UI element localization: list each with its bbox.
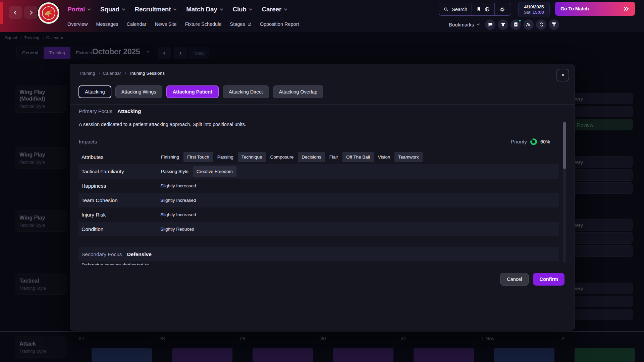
search-section[interactable]: Search: [439, 3, 472, 15]
quick-icons-section: [472, 3, 494, 15]
nav-menu-item[interactable]: Recruitment: [135, 6, 176, 13]
modal-breadcrumb-training[interactable]: Training: [79, 71, 95, 76]
chevron-down-icon: [88, 7, 91, 10]
settings-gear-icon[interactable]: [499, 6, 505, 12]
bookmark-icon[interactable]: [476, 7, 481, 12]
tactical-familiarity-chips: Passing StyleCreative Freedom: [157, 166, 236, 177]
confirm-button[interactable]: Confirm: [533, 273, 565, 286]
impacts-table: Attributes FinishingFirst TouchPassingTe…: [78, 150, 559, 236]
attribute-chip: Finishing: [157, 152, 183, 162]
search-label: Search: [452, 7, 467, 12]
modal-scrollbar-track[interactable]: [563, 121, 566, 263]
row-label: Team Cohesion: [82, 197, 157, 203]
nav-menu-item[interactable]: Club: [233, 6, 252, 13]
secondary-focus-value: Defensive: [127, 251, 152, 257]
go-to-match-label: Go To Match: [560, 6, 589, 11]
primary-focus-label: Primary Focus: [79, 108, 112, 114]
sub-nav: Overview Messages Calendar News Site Fix…: [67, 17, 299, 31]
priority-value: 60%: [540, 139, 550, 144]
globe-icon[interactable]: [484, 6, 490, 12]
club-crest-walsall[interactable]: [37, 2, 60, 24]
impacts-header: Impacts Priority 60%: [79, 138, 558, 145]
nav-menu-label: Portal: [67, 6, 85, 13]
tactical-familiarity-chip: Passing Style: [157, 166, 192, 177]
impacts-label: Impacts: [79, 139, 97, 145]
competitions-trophy-icon[interactable]: [549, 19, 559, 30]
session-tab[interactable]: Attacking Overlap: [273, 85, 323, 98]
modal-scrollbar-thumb[interactable]: [563, 122, 566, 169]
row-value: Slightly Increased: [160, 212, 196, 217]
subnav-fixture-schedule[interactable]: Fixture Schedule: [185, 21, 222, 27]
table-row-condition: Condition Slightly Reduced: [78, 222, 559, 236]
row-label: Happiness: [82, 183, 157, 189]
nav-menu-label: Club: [233, 6, 247, 13]
go-to-match-button[interactable]: Go To Match: [555, 2, 635, 16]
chevron-down-icon: [220, 7, 223, 10]
row-label: Condition: [82, 226, 157, 232]
table-row-happiness: Happiness Slightly Increased: [78, 179, 559, 193]
chevron-right-icon: [28, 10, 33, 15]
row-value: Slightly Increased: [160, 198, 196, 203]
attribute-chip: Decisions: [298, 152, 325, 162]
chevron-left-icon: [14, 10, 18, 15]
attribute-chip: Flair: [326, 152, 342, 162]
current-date: 4/10/2025: [524, 4, 544, 9]
transfers-icon[interactable]: [511, 19, 521, 30]
chevron-right-icon: [124, 72, 126, 74]
chevron-down-icon: [173, 7, 177, 10]
secondary-focus-label: Secondary Focus: [82, 251, 122, 257]
search-icon: [443, 7, 449, 12]
nav-menu-item[interactable]: Portal: [67, 6, 90, 13]
primary-focus-row: Primary Focus Attacking: [79, 108, 141, 114]
subnav-messages[interactable]: Messages: [96, 21, 118, 27]
primary-focus-value: Attacking: [117, 108, 141, 114]
current-day: Sat: [524, 10, 530, 15]
subnav-stages-label: Stages: [230, 21, 245, 27]
nav-menu-label: Recruitment: [135, 6, 171, 13]
session-tab[interactable]: Attacking Patient: [166, 85, 219, 98]
divider: [70, 268, 575, 268]
app-window: Squad Training Calendar General Training…: [0, 0, 644, 362]
row-value: Slightly Increased: [160, 183, 196, 188]
table-row-tactical-familiarity: Tactical Familiarity Passing StyleCreati…: [78, 164, 559, 179]
bookmarks-dropdown[interactable]: Bookmarks: [449, 22, 479, 27]
modal-breadcrumb-calendar[interactable]: Calendar: [103, 71, 121, 76]
subnav-opposition-report[interactable]: Opposition Report: [260, 21, 299, 27]
priority-donut-icon: [530, 138, 537, 145]
settings-section: [494, 3, 509, 15]
club-crest-bird-icon: [40, 4, 58, 22]
priority-label: Priority: [511, 139, 527, 145]
session-tab[interactable]: Attacking Direct: [223, 85, 269, 98]
chevron-down-icon: [249, 7, 252, 10]
attribute-chips: FinishingFirst TouchPassingTechniqueComp…: [157, 152, 423, 162]
subnav-overview[interactable]: Overview: [67, 21, 88, 27]
subnav-stages[interactable]: Stages: [230, 21, 251, 27]
clipped-text-line: Defensive session dedicated to...: [82, 262, 357, 265]
session-tab[interactable]: Attacking: [78, 85, 111, 98]
sync-icon[interactable]: [536, 19, 546, 30]
secondary-focus-row: Secondary Focus Defensive: [78, 247, 559, 261]
search-bar[interactable]: Search: [439, 3, 511, 16]
nav-menu-item[interactable]: Squad: [100, 6, 125, 13]
close-button[interactable]: ×: [556, 69, 569, 81]
nav-menu-label: Match Day: [186, 6, 217, 13]
chevron-down-icon: [477, 22, 480, 25]
session-tab[interactable]: Attacking Wings: [115, 85, 162, 98]
top-bar: Portal Squad Recruitment Match Day: [0, 0, 644, 32]
attribute-chip: Off The Ball: [342, 152, 374, 162]
subnav-news-site[interactable]: News Site: [155, 21, 176, 27]
messages-icon[interactable]: [485, 19, 495, 30]
double-chevron-icon: [623, 6, 630, 11]
nav-menu-item[interactable]: Match Day: [186, 6, 222, 13]
chevron-right-icon: [98, 72, 100, 74]
squad-shirt-icon[interactable]: [498, 19, 508, 30]
subnav-calendar[interactable]: Calendar: [127, 21, 147, 27]
nav-menu-item[interactable]: Career: [262, 6, 287, 13]
priority-indicator: Priority 60%: [511, 138, 550, 145]
dialog-actions: Cancel Confirm: [500, 273, 565, 286]
back-button[interactable]: [9, 6, 22, 19]
scouting-icon[interactable]: [523, 19, 534, 30]
session-description: A session dedicated to a patient attacki…: [79, 122, 246, 127]
cancel-button[interactable]: Cancel: [500, 273, 529, 286]
forward-button[interactable]: [24, 6, 38, 19]
